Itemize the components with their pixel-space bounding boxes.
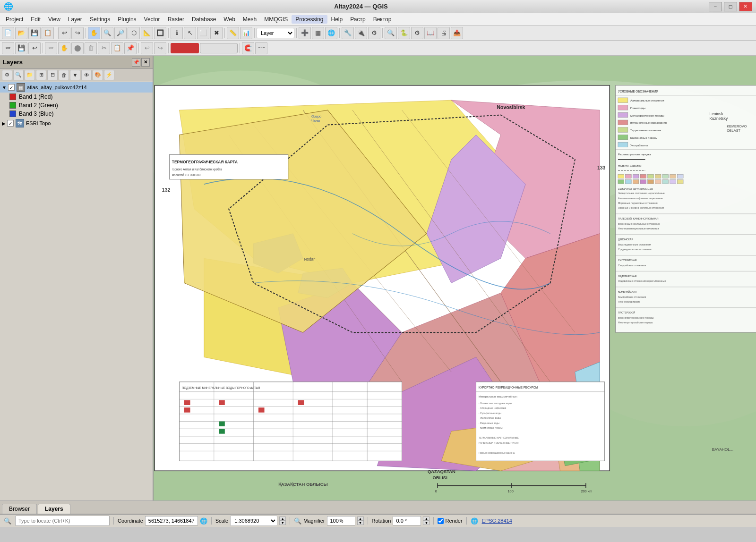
add-feature-button[interactable]: ✏: [45, 42, 57, 54]
node-tool[interactable]: ⬤: [71, 42, 84, 54]
add-wms-button[interactable]: 🌐: [325, 27, 337, 39]
layout-button[interactable]: 🖨: [438, 27, 450, 39]
redo-button[interactable]: ↪: [71, 27, 84, 39]
delete-selected-button[interactable]: 🗑: [85, 42, 97, 54]
cut-features-button[interactable]: ✂: [98, 42, 110, 54]
browser-tab[interactable]: Browser: [2, 504, 37, 514]
trace-button[interactable]: 〰: [255, 42, 267, 54]
zoom-full-button[interactable]: ⬡: [128, 27, 140, 39]
plugin-button-2[interactable]: 🔌: [355, 27, 367, 39]
opacity-slider[interactable]: [200, 43, 238, 53]
remove-layer-button[interactable]: 🗑: [59, 70, 69, 80]
menu-item-растр[interactable]: Растр: [346, 15, 369, 24]
zoom-layer-button[interactable]: 📐: [141, 27, 153, 39]
select-region-button[interactable]: ⬜: [197, 27, 209, 39]
menu-item-database[interactable]: Database: [188, 15, 220, 24]
copy-features-button[interactable]: 📋: [111, 42, 123, 54]
select-button[interactable]: ↖: [184, 27, 196, 39]
svg-rect-52: [184, 407, 190, 412]
locate-search-input[interactable]: [15, 516, 110, 526]
edit-button[interactable]: ✏: [2, 42, 14, 54]
share-button[interactable]: 📤: [451, 27, 463, 39]
statistics-button[interactable]: 📊: [240, 27, 252, 39]
filter-layer-button[interactable]: 🔍: [13, 70, 24, 80]
svg-text:масштаб 1:3 000 000: масштаб 1:3 000 000: [172, 173, 201, 177]
save-as-button[interactable]: 📋: [42, 27, 54, 39]
band-1-row[interactable]: Band 1 (Red): [0, 93, 153, 101]
scale-select[interactable]: 1:3068920: [230, 516, 277, 526]
plugin-button-1[interactable]: 🔧: [342, 27, 354, 39]
menu-item-project[interactable]: Project: [2, 15, 27, 24]
menu-item-settings[interactable]: Settings: [86, 15, 114, 24]
add-group-button[interactable]: 📁: [25, 70, 35, 80]
zoom-out-button[interactable]: 🔎: [114, 27, 127, 39]
status-sep-3: [290, 517, 290, 525]
layers-panel-pin-button[interactable]: 📌: [132, 58, 140, 67]
pan-tool[interactable]: ✋: [88, 27, 100, 39]
band-3-row[interactable]: Band 3 (Blue): [0, 110, 153, 118]
open-project-button[interactable]: 📂: [15, 27, 27, 39]
menu-item-layer[interactable]: Layer: [64, 15, 86, 24]
main-layer-group[interactable]: ▼ ✓ ▦ atlas_altay_pulkovo42z14: [0, 82, 153, 93]
menu-item-processing[interactable]: Processing: [292, 15, 327, 24]
menu-item-edit[interactable]: Edit: [27, 15, 44, 24]
menu-item-mmqgis[interactable]: MMQGIS: [260, 15, 292, 24]
minimize-button[interactable]: −: [709, 2, 722, 11]
zoom-selection-button[interactable]: 🔲: [154, 27, 166, 39]
menu-item-vector[interactable]: Vector: [140, 15, 164, 24]
indicator-button[interactable]: ⚡: [104, 70, 114, 80]
menu-item-web[interactable]: Web: [220, 15, 239, 24]
main-layer-checkbox[interactable]: ✓: [8, 84, 15, 91]
esri-layer-checkbox[interactable]: ✓: [7, 120, 14, 127]
snap-button[interactable]: 🧲: [242, 42, 254, 54]
layers-tab[interactable]: Layers: [38, 504, 70, 514]
expand-all-button[interactable]: ⊞: [36, 70, 46, 80]
measure-button[interactable]: 📏: [227, 27, 239, 39]
layer-theme-button[interactable]: 🎨: [93, 70, 103, 80]
band-2-row[interactable]: Band 2 (Green): [0, 101, 153, 110]
settings-button[interactable]: ⚙: [411, 27, 423, 39]
scale-up-button[interactable]: ▲: [279, 517, 286, 521]
identify-button[interactable]: ℹ: [171, 27, 183, 39]
open-layer-properties-button[interactable]: ⚙: [2, 70, 12, 80]
add-layer-button[interactable]: ➕: [299, 27, 311, 39]
scale-down-button[interactable]: ▼: [279, 521, 286, 525]
collapse-all-button[interactable]: ⊟: [47, 70, 58, 80]
layer-visibility-button[interactable]: 👁: [81, 70, 92, 80]
undo-edit-button[interactable]: ↩: [141, 42, 153, 54]
layers-panel-close-button[interactable]: ✕: [141, 58, 150, 67]
search-button[interactable]: 🔍: [385, 27, 397, 39]
magnifier-down-button[interactable]: ▼: [357, 521, 364, 525]
atlas-button[interactable]: 📖: [424, 27, 437, 39]
menu-item-вектор[interactable]: Вектор: [369, 15, 395, 24]
paste-features-button[interactable]: 📌: [124, 42, 137, 54]
deselect-button[interactable]: ✖: [210, 27, 223, 39]
new-project-button[interactable]: 📄: [2, 27, 14, 39]
rotation-up-button[interactable]: ▲: [423, 517, 430, 521]
add-raster-button[interactable]: ▦: [312, 27, 324, 39]
maximize-button[interactable]: □: [724, 2, 737, 11]
move-feature-button[interactable]: ✋: [58, 42, 70, 54]
layer-filter-button[interactable]: ▼: [70, 70, 80, 80]
menu-item-mesh[interactable]: Mesh: [239, 15, 260, 24]
plugin-button-3[interactable]: ⚙: [368, 27, 380, 39]
coordinate-label: Coordinate: [118, 518, 143, 524]
render-checkbox[interactable]: [438, 518, 444, 524]
save-edits-button[interactable]: 💾: [15, 42, 27, 54]
python-button[interactable]: 🐍: [398, 27, 410, 39]
rollback-button[interactable]: ↩: [28, 42, 41, 54]
map-area[interactable]: ТЕРМОГЕОГРАФИЧЕСКАЯ КАРТА горного Алтая …: [154, 56, 756, 500]
menu-item-raster[interactable]: Raster: [164, 15, 188, 24]
menu-item-plugins[interactable]: Plugins: [114, 15, 140, 24]
rotation-down-button[interactable]: ▼: [423, 521, 430, 525]
menu-item-view[interactable]: View: [44, 15, 64, 24]
close-button[interactable]: ✕: [739, 2, 752, 11]
magnifier-up-button[interactable]: ▲: [357, 517, 364, 521]
zoom-in-button[interactable]: 🔍: [101, 27, 113, 39]
menu-item-help[interactable]: Help: [327, 15, 347, 24]
undo-button[interactable]: ↩: [58, 27, 70, 39]
redo-edit-button[interactable]: ↪: [154, 42, 166, 54]
layer-select-combo[interactable]: Layer: [257, 28, 294, 38]
esri-topo-layer-group[interactable]: ▶ ✓ 🗺 ESRI Topo: [0, 118, 153, 128]
save-button[interactable]: 💾: [28, 27, 41, 39]
